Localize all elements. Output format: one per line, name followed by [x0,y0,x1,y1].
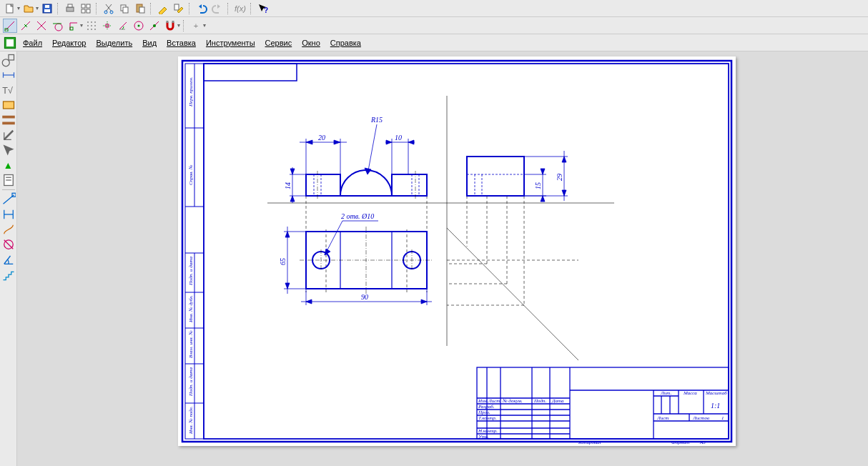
svg-marker-98 [365,168,371,174]
print-button[interactable] [63,1,77,16]
snap-toolbar: ▾ ▾ +▾ [0,17,868,34]
svg-text:Формат: Формат [671,440,689,445]
svg-marker-116 [290,196,295,202]
svg-marker-104 [334,140,340,144]
snap-align-button[interactable] [100,19,114,33]
svg-text:Подп. и дата: Подп. и дата [188,257,194,286]
svg-rect-13 [123,7,128,13]
svg-rect-5 [68,4,72,7]
measure-tool-button[interactable] [1,128,16,142]
copy-button[interactable] [117,1,132,16]
menu-editor[interactable]: Редактор [48,37,90,49]
edit-tool-button[interactable] [1,98,16,112]
svg-marker-132 [541,196,545,202]
snap-grid-button[interactable] [84,19,99,33]
angle-tool-button[interactable] [1,252,16,267]
svg-text:Инв. № подл.: Инв. № подл. [188,406,194,435]
svg-marker-103 [306,140,312,144]
svg-text:A3: A3 [699,440,706,445]
snap-angle-button[interactable] [116,19,130,33]
svg-marker-110 [408,140,414,144]
cut-button[interactable] [102,1,116,16]
properties-button[interactable] [156,1,170,16]
select-tool-button[interactable] [1,143,16,157]
svg-rect-7 [87,4,90,8]
snap-perp-button[interactable] [66,19,80,33]
magnet-button[interactable] [163,19,177,33]
snap-endpoint-button[interactable] [3,19,17,33]
svg-point-27 [91,21,92,23]
svg-marker-109 [386,140,392,144]
svg-rect-48 [3,101,14,109]
geometry-tool-button[interactable] [1,53,16,67]
svg-rect-41 [172,21,174,23]
svg-text:Масса: Масса [683,390,697,396]
svg-point-39 [153,24,156,27]
svg-rect-16 [174,4,179,10]
svg-text:?: ? [264,6,268,14]
left-toolbar: T√ ▲ [0,51,17,466]
app-icon [3,36,17,50]
svg-text:Справ. №: Справ. № [188,164,194,185]
spec-tool-button[interactable]: ▲ [1,158,16,172]
preview-button[interactable] [79,1,93,16]
menu-tools[interactable]: Инструменты [202,37,260,49]
menu-insert[interactable]: Вставка [162,37,200,49]
fx-button[interactable]: f(x) [233,1,247,16]
svg-text:R15: R15 [370,116,383,124]
aux-dim-button[interactable] [1,207,16,222]
open-button[interactable] [21,1,36,16]
svg-point-26 [87,21,89,23]
snap-intersection-button[interactable] [34,19,49,33]
svg-text:Копировал: Копировал [578,440,601,445]
snap-center-button[interactable] [132,19,146,33]
menu-help[interactable]: Справка [326,37,365,49]
svg-rect-65 [204,64,297,81]
aux-line-button[interactable] [1,192,16,207]
svg-marker-159 [421,299,427,304]
standard-toolbar: ▾ ▾ f(x) ? [0,0,868,17]
copy-props-button[interactable] [172,1,186,16]
svg-rect-63 [204,64,729,439]
svg-text:10: 10 [395,134,402,142]
aux-3-button[interactable] [1,237,16,252]
snap-tangent-button[interactable] [50,19,64,33]
aux-2-button[interactable] [1,222,16,237]
canvas[interactable]: Перв. примен. Справ. № Подп. и дата Инв.… [17,51,868,466]
text-tool-button[interactable]: T√ [1,83,16,97]
svg-text:Изм.: Изм. [478,398,488,404]
svg-text:20: 20 [318,134,325,142]
stairs-tool-button[interactable] [1,267,16,282]
drawing-sheet: Перв. примен. Справ. № Подп. и дата Инв.… [178,56,736,446]
svg-text:Инв. № дубл.: Инв. № дубл. [188,295,194,323]
svg-text:1:1: 1:1 [711,402,720,410]
help-cursor-button[interactable]: ? [256,1,270,16]
menu-service[interactable]: Сервис [261,37,297,49]
svg-point-32 [87,29,89,30]
svg-text:Подп. и дата: Подп. и дата [188,367,194,397]
redo-button[interactable] [210,1,225,16]
menu-window[interactable]: Окно [297,37,325,49]
save-button[interactable] [40,1,54,16]
svg-point-23 [55,24,62,31]
svg-text:14: 14 [284,182,292,189]
menu-file[interactable]: Файл [19,37,46,49]
dimension-tool-button[interactable] [1,68,16,82]
new-doc-button[interactable] [3,1,17,16]
svg-text:2 отв. Ø10: 2 отв. Ø10 [341,212,374,220]
svg-rect-62 [182,61,731,442]
svg-point-34 [94,29,96,30]
menu-view[interactable]: Вид [138,37,161,49]
paste-button[interactable] [133,1,147,16]
svg-text:90: 90 [361,293,368,301]
svg-text:15: 15 [534,182,542,189]
menu-select[interactable]: Выделить [92,37,137,49]
snap-mode-button[interactable]: + [189,19,203,33]
snap-nearest-button[interactable] [19,19,33,33]
svg-point-37 [138,24,140,26]
params-tool-button[interactable] [1,113,16,127]
snap-point-button[interactable] [147,19,162,33]
svg-point-33 [91,29,92,30]
undo-button[interactable] [194,1,209,16]
report-tool-button[interactable] [1,173,16,187]
